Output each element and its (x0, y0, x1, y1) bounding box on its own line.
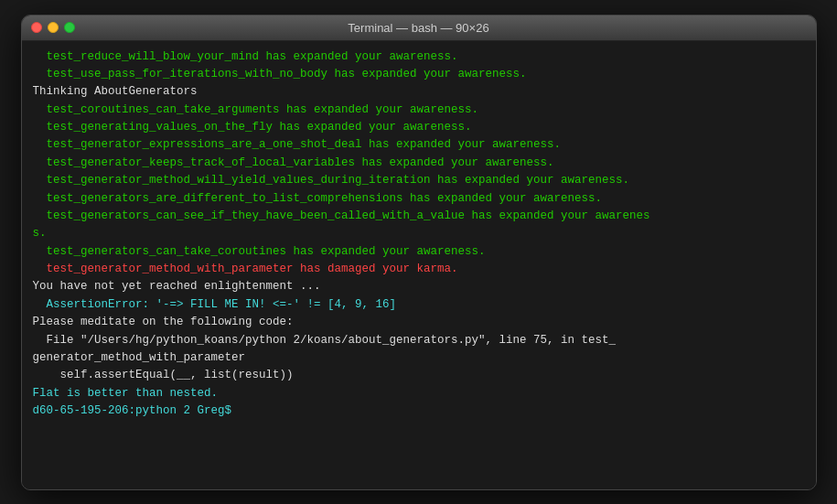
terminal-line: AssertionError: '-=> FILL ME IN! <=-' !=… (33, 296, 805, 314)
terminal-line: You have not yet reached enlightenment .… (33, 278, 805, 295)
terminal-line: s. (33, 225, 805, 242)
terminal-line: test_generator_method_with_parameter has… (33, 261, 805, 278)
terminal-line: test_generators_are_different_to_list_co… (33, 190, 805, 208)
terminal-line: Thinking AboutGenerators (33, 83, 805, 101)
traffic-lights (31, 22, 75, 33)
terminal-line: Please meditate on the following code: (33, 314, 805, 331)
terminal-line: test_generators_can_see_if_they_have_bee… (33, 208, 805, 225)
terminal-line: self.assertEqual(__, list(result)) (33, 367, 805, 384)
minimize-button[interactable] (48, 22, 59, 33)
close-button[interactable] (31, 22, 42, 33)
terminal-line: test_use_pass_for_iterations_with_no_bod… (33, 66, 805, 83)
maximize-button[interactable] (64, 22, 75, 33)
terminal-line: d60-65-195-206:python 2 Greg$ (33, 402, 805, 420)
terminal-line: generator_method_with_parameter (33, 349, 805, 367)
terminal-line: test_generator_method_will_yield_values_… (33, 172, 805, 189)
terminal-line: test_reduce_will_blow_your_mind has expa… (33, 48, 805, 66)
terminal-line: test_generating_values_on_the_fly has ex… (33, 119, 805, 136)
terminal-line: test_generator_keeps_track_of_local_vari… (33, 155, 805, 172)
window-title: Terminal — bash — 90×26 (348, 21, 488, 35)
terminal-line: File "/Users/hg/python_koans/python 2/ko… (33, 332, 805, 349)
terminal-line: Flat is better than nested. (33, 385, 805, 402)
terminal-line: test_generators_can_take_coroutines has … (33, 243, 805, 261)
terminal-line: test_generator_expressions_are_a_one_sho… (33, 136, 805, 154)
title-bar: Terminal — bash — 90×26 (22, 16, 816, 41)
terminal-line: test_coroutines_can_take_arguments has e… (33, 102, 805, 119)
terminal-body[interactable]: test_reduce_will_blow_your_mind has expa… (22, 41, 816, 489)
terminal-window: Terminal — bash — 90×26 test_reduce_will… (21, 15, 817, 490)
